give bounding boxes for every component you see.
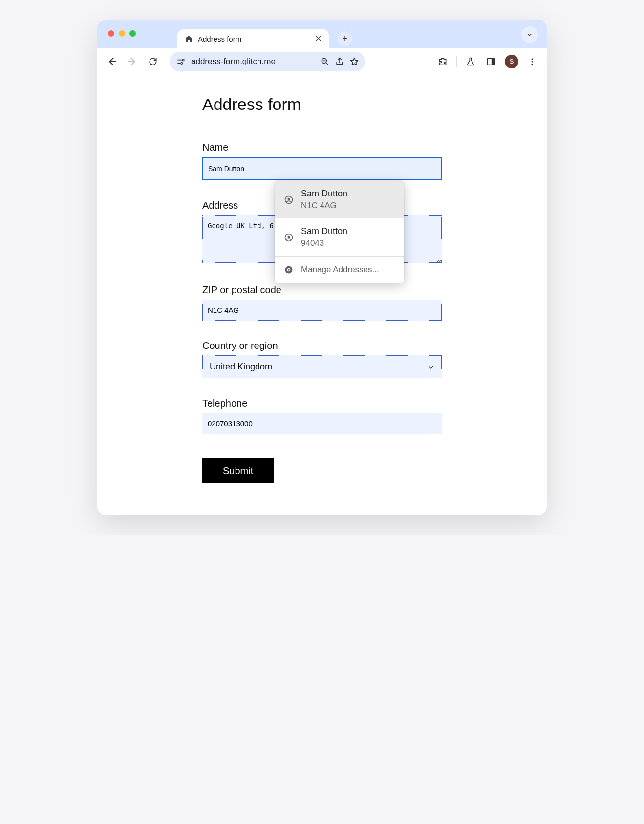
autofill-suggestion-1[interactable]: Sam Dutton 94043	[275, 218, 404, 256]
page-content: Address form Name Sam Dutton N1C 4AG	[97, 75, 547, 515]
autofill-primary: Sam Dutton	[301, 189, 347, 199]
autofill-popup: Sam Dutton N1C 4AG Sam Dutton 94043	[275, 181, 404, 283]
address-form: Address form Name Sam Dutton N1C 4AG	[202, 95, 442, 483]
autofill-secondary: N1C 4AG	[301, 201, 347, 211]
labs-icon[interactable]	[464, 55, 477, 68]
autofill-primary: Sam Dutton	[301, 226, 347, 237]
titlebar: Address form ✕ +	[97, 20, 547, 48]
svg-point-11	[288, 235, 290, 238]
browser-window: Address form ✕ + address-form.glitch.me	[97, 20, 547, 515]
svg-point-5	[532, 58, 533, 60]
browser-tab[interactable]: Address form ✕	[177, 29, 329, 48]
back-button[interactable]	[105, 55, 119, 68]
autofill-manage-label: Manage Addresses...	[301, 265, 379, 275]
zip-label: ZIP or postal code	[202, 284, 442, 296]
tab-favicon-icon	[184, 34, 193, 43]
country-label: Country or region	[202, 340, 442, 351]
field-name: Name	[202, 142, 442, 180]
svg-point-14	[288, 269, 290, 271]
autofill-suggestion-0[interactable]: Sam Dutton N1C 4AG	[275, 181, 404, 218]
submit-button[interactable]: Submit	[202, 458, 274, 483]
field-country: Country or region United Kingdom	[202, 340, 442, 378]
bookmark-star-icon[interactable]	[349, 57, 359, 66]
window-controls	[108, 30, 136, 37]
new-tab-button[interactable]: +	[338, 31, 352, 46]
window-maximize-button[interactable]	[129, 30, 136, 37]
phone-label: Telephone	[202, 398, 442, 409]
profile-initial: S	[510, 58, 514, 65]
toolbar-divider	[456, 56, 457, 67]
url-text: address-form.glitch.me	[191, 57, 315, 66]
field-phone: Telephone	[202, 398, 442, 434]
tab-title: Address form	[198, 35, 310, 43]
reload-button[interactable]	[146, 55, 160, 68]
window-close-button[interactable]	[108, 30, 114, 37]
forward-button[interactable]	[126, 55, 139, 68]
autofill-manage-link[interactable]: Manage Addresses...	[275, 257, 404, 283]
share-icon[interactable]	[335, 57, 344, 66]
phone-input[interactable]	[202, 413, 442, 434]
svg-point-6	[532, 61, 533, 62]
window-minimize-button[interactable]	[119, 30, 125, 37]
name-input[interactable]	[202, 157, 442, 180]
tab-close-button[interactable]: ✕	[315, 34, 322, 43]
svg-point-9	[288, 197, 290, 200]
zip-input[interactable]	[202, 300, 442, 321]
chrome-icon	[283, 264, 294, 275]
svg-point-1	[181, 62, 183, 64]
field-zip: ZIP or postal code	[202, 284, 442, 321]
svg-rect-4	[492, 58, 495, 65]
person-icon	[283, 232, 294, 243]
site-settings-icon[interactable]	[175, 56, 186, 67]
browser-toolbar: address-form.glitch.me S	[97, 48, 547, 75]
country-select[interactable]: United Kingdom	[202, 355, 442, 378]
address-bar[interactable]: address-form.glitch.me	[170, 52, 365, 71]
profile-avatar[interactable]: S	[505, 55, 518, 68]
tabs-dropdown-button[interactable]	[521, 26, 538, 43]
sidepanel-icon[interactable]	[484, 55, 498, 68]
person-icon	[283, 195, 294, 205]
svg-point-7	[532, 63, 533, 65]
extensions-icon[interactable]	[436, 55, 450, 68]
zoom-icon[interactable]	[320, 57, 330, 66]
name-label: Name	[202, 142, 442, 153]
svg-point-0	[182, 59, 184, 61]
page-heading: Address form	[202, 95, 442, 117]
autofill-secondary: 94043	[301, 239, 347, 248]
overflow-menu-icon[interactable]	[525, 55, 539, 68]
